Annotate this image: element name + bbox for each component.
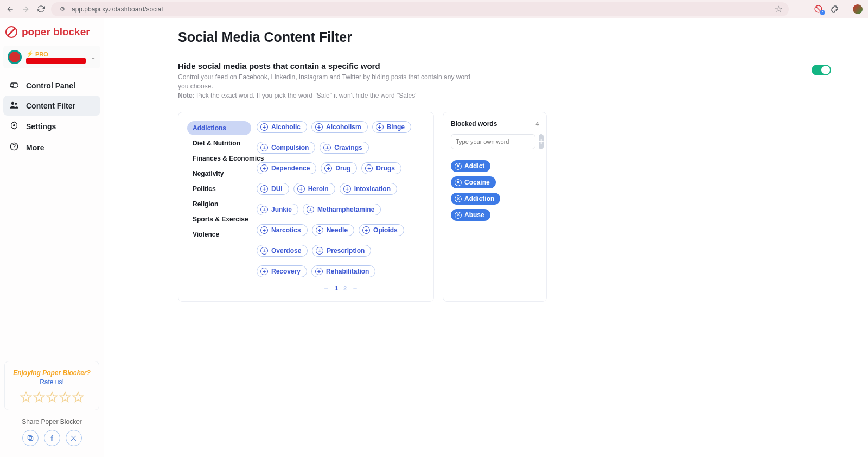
star-icon[interactable]: ☆ — [775, 4, 782, 14]
account-selector[interactable]: ⚡PRO ⌄ — [3, 46, 100, 68]
profile-avatar[interactable] — [853, 4, 863, 14]
nav-more[interactable]: More — [3, 137, 100, 158]
star-icon[interactable] — [33, 391, 45, 403]
section-desc: Control your feed on Facebook, Linkedin,… — [178, 73, 482, 100]
page-next[interactable]: → — [352, 285, 358, 291]
blocked-word-chip[interactable]: ✕Addict — [451, 160, 490, 172]
reload-icon[interactable] — [36, 4, 46, 14]
remove-icon: ✕ — [455, 212, 462, 219]
hexagon-icon — [10, 121, 20, 131]
suggested-tag[interactable]: +Narcotics — [257, 224, 308, 236]
suggested-tag[interactable]: +Opioids — [359, 224, 404, 236]
pager: ← 1 2 → — [257, 285, 425, 291]
url-text: app.pbapi.xyz/dashboard/social — [72, 5, 163, 13]
rating-stars[interactable] — [10, 391, 93, 403]
forward-icon[interactable] — [21, 4, 30, 14]
category-item[interactable]: Negativity — [187, 167, 251, 181]
category-item[interactable]: Violence — [187, 227, 251, 242]
extensions-icon[interactable] — [829, 4, 839, 14]
suggested-tag[interactable]: +Prescription — [312, 245, 371, 257]
browser-address-bar: ⚙ app.pbapi.xyz/dashboard/social ☆ 7 — [0, 0, 868, 18]
plus-icon: + — [297, 185, 305, 193]
blocked-words-label: Blocked words — [451, 120, 497, 128]
add-word-button[interactable]: + — [539, 134, 544, 149]
category-item[interactable]: Politics — [187, 182, 251, 196]
suggested-tag[interactable]: +Alcoholism — [311, 121, 368, 133]
section-title: Hide social media posts that contain a s… — [178, 61, 812, 71]
nav-control-panel[interactable]: Control Panel — [3, 76, 100, 96]
page-title: Social Media Content Filter — [178, 29, 846, 45]
suggested-tag[interactable]: +Compulsion — [257, 142, 315, 154]
page-1[interactable]: 1 — [335, 285, 338, 291]
category-item[interactable]: Sports & Exercise — [187, 212, 251, 226]
blocked-word-input[interactable] — [451, 134, 535, 149]
suggested-tag[interactable]: +Dependence — [257, 162, 316, 174]
suggested-tag[interactable]: +Drugs — [361, 162, 401, 174]
star-icon[interactable] — [59, 391, 71, 403]
site-settings-icon[interactable]: ⚙ — [58, 4, 67, 14]
plus-icon: + — [343, 185, 351, 193]
page-2[interactable]: 2 — [343, 285, 347, 291]
suggested-tag[interactable]: +Binge — [372, 121, 411, 133]
logo-text: poper blocker — [22, 26, 90, 38]
plus-icon: + — [260, 206, 268, 213]
suggested-tag[interactable]: +DUI — [257, 183, 289, 195]
remove-icon: ✕ — [455, 179, 462, 186]
rate-title: Enjoying Poper Blocker? — [10, 369, 93, 377]
svg-point-5 — [15, 103, 17, 105]
svg-point-3 — [11, 84, 14, 86]
category-item[interactable]: Religion — [187, 197, 251, 211]
suggested-tag[interactable]: +Junkie — [257, 204, 298, 215]
plan-badge: ⚡PRO — [26, 50, 86, 58]
plus-icon: + — [307, 206, 314, 213]
plus-icon: + — [324, 164, 332, 172]
category-item[interactable]: Finances & Economics — [187, 151, 251, 166]
suggestions-panel: AddictionsDiet & NutritionFinances & Eco… — [178, 112, 434, 302]
star-icon[interactable] — [46, 391, 58, 403]
suggested-tag[interactable]: +Overdose — [257, 245, 308, 257]
suggested-tag[interactable]: +Intoxication — [340, 183, 397, 195]
blocked-words-panel: Blocked words 4 + ✕Addict✕Cocaine✕Addict… — [443, 112, 547, 302]
star-icon[interactable] — [72, 391, 84, 403]
suggested-tag[interactable]: +Alcoholic — [257, 121, 307, 133]
share-label: Share Poper Blocker — [0, 418, 104, 426]
logo[interactable]: poper blocker — [0, 18, 104, 42]
share-copy-icon[interactable] — [22, 430, 39, 446]
nav-settings[interactable]: Settings — [3, 116, 100, 137]
plus-icon: + — [376, 123, 384, 131]
suggested-tag[interactable]: +Needle — [312, 224, 354, 236]
blocked-word-chip[interactable]: ✕Cocaine — [451, 176, 496, 188]
plus-icon: + — [260, 144, 268, 151]
back-icon[interactable] — [5, 4, 15, 14]
feature-toggle[interactable] — [812, 65, 831, 75]
nav-content-filter[interactable]: Content Filter — [3, 96, 100, 116]
page-prev[interactable]: ← — [323, 285, 329, 291]
category-item[interactable]: Addictions — [187, 121, 251, 135]
url-bar[interactable]: ⚙ app.pbapi.xyz/dashboard/social ☆ — [51, 2, 789, 16]
suggested-tag[interactable]: +Heroin — [293, 183, 335, 195]
svg-rect-9 — [28, 435, 31, 439]
share-x-icon[interactable] — [66, 430, 82, 446]
category-item[interactable]: Diet & Nutrition — [187, 136, 251, 150]
star-icon[interactable] — [20, 391, 32, 403]
svg-line-1 — [816, 7, 821, 11]
suggested-tag[interactable]: +Rehabilitation — [311, 265, 375, 277]
blocked-word-chip[interactable]: ✕Addiction — [451, 193, 500, 205]
share-facebook-icon[interactable]: f — [44, 430, 60, 446]
rate-link[interactable]: Rate us! — [10, 378, 93, 386]
plus-icon: + — [260, 247, 268, 255]
suggested-tag[interactable]: +Methamphetamine — [303, 204, 381, 215]
category-list: AddictionsDiet & NutritionFinances & Eco… — [187, 121, 251, 291]
suggested-tag[interactable]: +Recovery — [257, 265, 307, 277]
sidebar: poper blocker ⚡PRO ⌄ Control Panel Conte… — [0, 18, 104, 457]
extension-icon[interactable]: 7 — [813, 4, 823, 14]
plus-icon: + — [365, 164, 373, 172]
suggested-tag[interactable]: +Drug — [321, 162, 357, 174]
account-avatar — [8, 50, 22, 64]
blocked-word-chip[interactable]: ✕Abuse — [451, 209, 490, 221]
remove-icon: ✕ — [455, 163, 462, 170]
chevron-down-icon: ⌄ — [91, 53, 96, 61]
blocked-words-chips: ✕Addict✕Cocaine✕Addiction✕Abuse — [451, 160, 539, 221]
suggested-tag[interactable]: +Cravings — [320, 142, 368, 154]
blocked-words-count: 4 — [535, 121, 539, 127]
